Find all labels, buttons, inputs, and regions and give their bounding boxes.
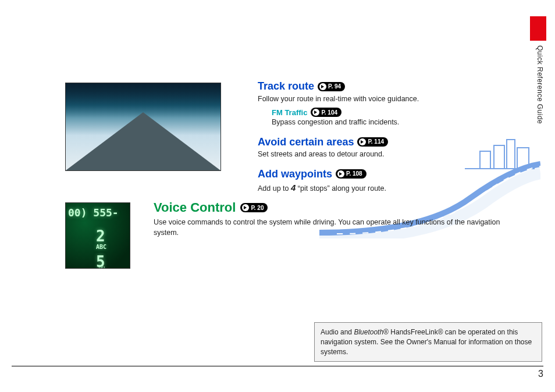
footer-rule [12, 366, 543, 366]
arrow-icon [337, 170, 344, 177]
arrow-icon [312, 109, 319, 116]
footnote-box: Audio and Bluetooth® HandsFreeLink® can … [314, 322, 542, 362]
avoid-areas-desc: Set streets and areas to detour around. [258, 149, 531, 160]
voice-control-heading: Voice Control P. 20 [154, 200, 526, 215]
highway-image [65, 83, 221, 171]
arrow-icon [359, 138, 366, 145]
page-ref-avoid[interactable]: P. 114 [357, 137, 388, 147]
page-ref-fm[interactable]: P. 104 [311, 108, 341, 117]
arrow-icon [242, 204, 249, 211]
voice-control-block: Voice Control P. 20 Use voice commands t… [154, 200, 526, 238]
add-waypoints-desc: Add up to 4 “pit stops” along your route… [258, 181, 531, 194]
avoid-areas-heading: Avoid certain areas P. 114 [258, 136, 531, 149]
track-route-heading: Track route P. 94 [258, 80, 531, 93]
fm-traffic-heading: FM Traffic P. 104 [272, 108, 531, 117]
page-ref-voice[interactable]: P. 20 [240, 203, 268, 212]
page-number: 3 [538, 369, 543, 379]
track-route-title: Track route [258, 80, 314, 93]
route-features-block: Track route P. 94 Follow your route in r… [258, 80, 531, 194]
page: Quick Reference Guide Track route P. 94 … [0, 0, 555, 392]
voice-control-title: Voice Control [154, 200, 236, 215]
page-ref-track[interactable]: P. 94 [318, 82, 345, 91]
page-ref-waypoints[interactable]: P. 108 [336, 169, 367, 179]
voice-control-desc: Use voice commands to control the system… [154, 218, 526, 238]
phone-keypad-image: 00) 555- 2 ABC 5 JKL [65, 202, 130, 269]
avoid-areas-title: Avoid certain areas [258, 136, 354, 149]
fm-traffic-desc: Bypass congestion and traffic incidents. [272, 117, 531, 128]
track-route-desc: Follow your route in real-time with voic… [258, 94, 531, 105]
fm-traffic-title: FM Traffic [272, 108, 307, 117]
side-section-label: Quick Reference Guide [536, 45, 543, 124]
red-margin-tab [530, 16, 546, 41]
add-waypoints-title: Add waypoints [258, 168, 332, 181]
add-waypoints-heading: Add waypoints P. 108 [258, 168, 531, 181]
arrow-icon [319, 83, 326, 90]
